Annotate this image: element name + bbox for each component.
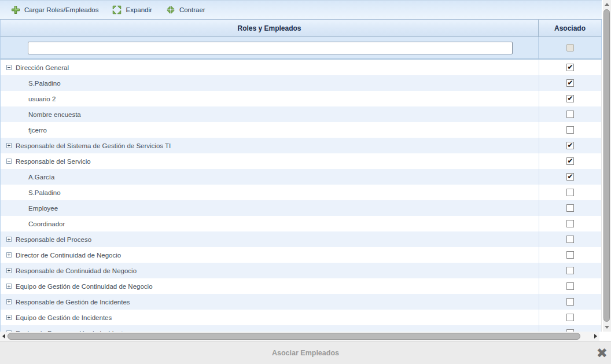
tree-row[interactable]: Dirección General ✔ [1, 60, 601, 75]
tree-row-label: Equipo de Gestión de Incidentes [16, 314, 112, 321]
tree-row-check-cell [539, 247, 601, 263]
asociado-checkbox[interactable] [566, 204, 574, 212]
tree-row[interactable]: Equipo de Recuperación de Incidentes [1, 325, 601, 332]
tree-row[interactable]: Responsable de Continuidad de Negocio [1, 263, 601, 278]
tree-row-check-cell: ✔ [539, 169, 601, 185]
tree-row[interactable]: Responsable de Gestión de Incidentes [1, 294, 601, 310]
tree-row-label: Dirección General [16, 64, 69, 71]
tree-row-label-cell: A.García [1, 169, 539, 185]
asociado-checkbox[interactable] [566, 314, 574, 321]
tree-row-label: S.Paladino [28, 189, 61, 196]
tree-row[interactable]: Nombre encuesta [1, 106, 601, 122]
scroll-left-icon [2, 334, 5, 339]
scroll-left-button[interactable] [0, 332, 8, 341]
tree-row-label: Employee [28, 205, 58, 212]
tree-row-check-cell [539, 106, 601, 122]
tree-expand-icon[interactable] [6, 268, 12, 273]
tree-row-label-cell: S.Paladino [1, 185, 539, 200]
tree-row-label-cell: Employee [1, 200, 539, 216]
tree-row-check-cell: ✔ [539, 60, 601, 75]
tree-row[interactable]: Coordinador [1, 216, 601, 231]
tree-row[interactable]: Responsable del Sistema de Gestión de Se… [1, 138, 601, 153]
tree-row-label: Responsable del Servicio [16, 158, 91, 165]
asociado-checkbox[interactable]: ✔ [566, 157, 574, 165]
horizontal-scrollbar[interactable] [0, 332, 599, 341]
tree-row[interactable]: fjcerro [1, 122, 601, 138]
tree-row-label: Equipo de Gestión de Continuidad de Nego… [16, 283, 153, 290]
tree-row-label: S.Paladino [28, 80, 61, 87]
tree-expand-icon[interactable] [6, 143, 12, 148]
collapse-all-button[interactable]: Contraer [161, 3, 211, 17]
collapse-icon [166, 5, 175, 14]
asociado-checkbox[interactable]: ✔ [566, 79, 574, 87]
tree-row-check-cell [539, 231, 601, 247]
asociado-checkbox[interactable] [566, 267, 574, 274]
asociado-checkbox[interactable] [566, 220, 574, 227]
tree-row-label-cell: fjcerro [1, 122, 539, 138]
associate-employees-dialog: Cargar Roles/Empleados Expandir [0, 0, 611, 364]
asociado-checkbox[interactable]: ✔ [566, 64, 574, 71]
scroll-up-icon [605, 3, 609, 6]
filter-input-cell [1, 37, 539, 58]
tree-row-check-cell [539, 263, 601, 278]
tree-expand-icon[interactable] [6, 284, 12, 289]
asociado-checkbox[interactable] [566, 251, 574, 259]
asociado-checkbox[interactable] [566, 126, 574, 134]
tree-row[interactable]: Equipo de Gestión de Continuidad de Nego… [1, 278, 601, 294]
tree-row-label-cell: Responsable de Gestión de Incidentes [1, 294, 539, 310]
tree-row-label: Coordinador [28, 220, 65, 227]
tree-row-label: Nombre encuesta [28, 111, 81, 118]
load-roles-employees-button[interactable]: Cargar Roles/Empleados [6, 3, 104, 17]
vertical-scrollbar[interactable] [603, 0, 611, 332]
tree-row-check-cell [539, 216, 601, 231]
tree-collapse-icon[interactable] [6, 159, 12, 164]
tree-row[interactable]: Equipo de Gestión de Incidentes [1, 310, 601, 325]
tree-row-check-cell [539, 294, 601, 310]
dialog-footer: Asociar Empleados ✖ [0, 341, 611, 364]
tree-row[interactable]: Responsable del Proceso [1, 231, 601, 247]
asociado-checkbox[interactable] [566, 236, 574, 243]
tree-expand-icon[interactable] [6, 252, 12, 258]
tree-collapse-icon[interactable] [6, 65, 12, 70]
tree-row-check-cell [539, 122, 601, 138]
scroll-up-button[interactable] [603, 0, 611, 9]
tree-expand-icon[interactable] [6, 299, 12, 304]
tree-row[interactable]: Responsable del Servicio ✔ [1, 153, 601, 169]
tree-row[interactable]: S.Paladino ✔ [1, 75, 601, 91]
asociado-checkbox[interactable]: ✔ [566, 142, 574, 149]
tree-rows: Dirección General ✔ S.Paladino ✔ usuario… [0, 60, 602, 332]
tree-row-check-cell: ✔ [539, 153, 601, 169]
expand-icon [112, 5, 122, 14]
tree-row-check-cell: ✔ [539, 91, 601, 106]
asociado-checkbox[interactable] [566, 298, 574, 306]
load-roles-employees-label: Cargar Roles/Empleados [24, 6, 98, 13]
filter-check-cell [539, 37, 601, 58]
scroll-right-icon [594, 334, 597, 339]
expand-all-button[interactable]: Expandir [107, 3, 157, 17]
horizontal-scroll-thumb[interactable] [8, 333, 580, 340]
asociado-checkbox[interactable] [566, 282, 574, 290]
tree-row[interactable]: Director de Continuidad de Negocio [1, 247, 601, 263]
tree-expand-icon[interactable] [6, 237, 12, 242]
tree-row[interactable]: Employee [1, 200, 601, 216]
tree-row[interactable]: usuario 2 ✔ [1, 91, 601, 106]
tree-row-check-cell [539, 325, 601, 332]
asociado-checkbox[interactable] [566, 189, 574, 196]
scroll-down-button[interactable] [603, 323, 611, 332]
select-all-checkbox[interactable] [566, 44, 574, 52]
scroll-right-button[interactable] [592, 332, 599, 341]
asociado-checkbox[interactable] [566, 111, 574, 118]
tree-row[interactable]: S.Paladino [1, 185, 601, 200]
roles-filter-input[interactable] [28, 42, 513, 54]
vertical-scroll-thumb[interactable] [603, 9, 610, 322]
asociado-checkbox[interactable]: ✔ [566, 95, 574, 102]
expand-all-label: Expandir [126, 6, 152, 13]
close-icon[interactable]: ✖ [597, 347, 608, 360]
tree-row[interactable]: A.García ✔ [1, 169, 601, 185]
tree-row-label-cell: Responsable del Servicio [1, 153, 539, 169]
tree-row-label-cell: S.Paladino [1, 75, 539, 91]
tree-row-label: Responsable del Proceso [16, 236, 91, 243]
tree-row-label: Responsable del Sistema de Gestión de Se… [16, 142, 171, 149]
asociado-checkbox[interactable]: ✔ [566, 173, 574, 181]
tree-expand-icon[interactable] [6, 315, 12, 320]
